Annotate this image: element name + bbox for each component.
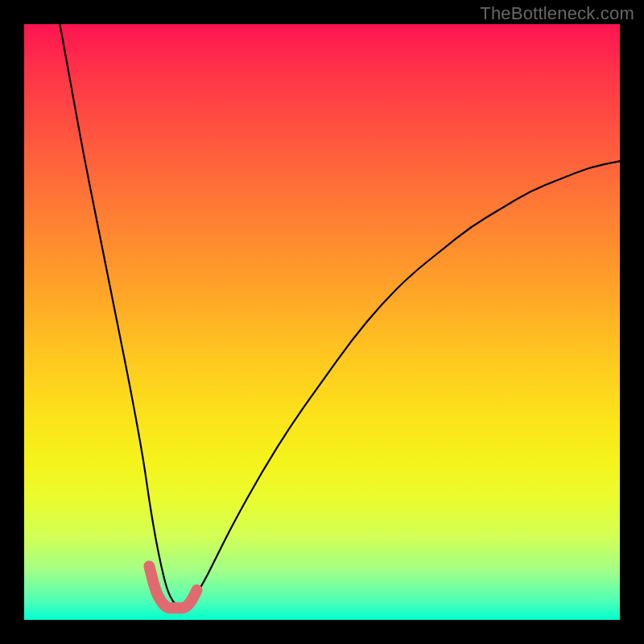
chart-frame: TheBottleneck.com	[0, 0, 644, 644]
bottleneck-curve	[60, 24, 620, 608]
watermark-text: TheBottleneck.com	[480, 3, 634, 24]
curve-layer	[24, 24, 620, 620]
plot-area	[24, 24, 620, 620]
